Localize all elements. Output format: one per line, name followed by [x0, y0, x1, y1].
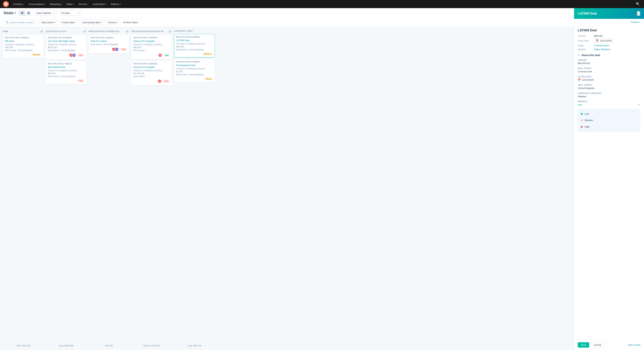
deal-card-deal-for-liberia[interactable]: INACTIVE FOR 5 WEEKS Deal for Liberia De… — [88, 35, 129, 53]
panel-close-date-label: Close Date: — [578, 40, 592, 42]
deal-name[interactable]: Deal w/ US Supplier — [134, 66, 170, 69]
field-deal-stage: Deal stage Contract sent — [578, 67, 640, 73]
deal-card-deal-us-supplier[interactable]: INACTIVE FOR 19 WEEKS Deal w/ US Supplie… — [132, 61, 172, 85]
column-header-new: NEW 1 — [3, 30, 44, 33]
deal-amount: $500,000 — [48, 46, 84, 49]
pipeline-selector[interactable]: Sales Pipeline — [34, 10, 57, 16]
deal-name[interactable]: Mid Market Deal — [48, 66, 84, 69]
deal-card-panamanian-deal[interactable]: INACTIVE FOR 14 WEEKS Panamanian Deal Am… — [174, 59, 215, 82]
cancel-button[interactable]: Cancel — [591, 342, 604, 348]
last-activity-date-filter[interactable]: Last activity date ▾ — [80, 20, 104, 25]
deal-amount-label: Amount in company currency: — [134, 69, 170, 72]
priority-option-medium[interactable]: Medium — [578, 117, 640, 124]
deal-name[interactable]: Deal w/ EU Supplier — [134, 40, 170, 43]
deal-card-pr-deal[interactable]: INACTIVE FOR 12 WEEKS PR Deal Amount in … — [3, 35, 44, 58]
deal-owner-filter[interactable]: Deal owner ▾ — [39, 20, 58, 25]
panel-actions-button[interactable]: Actions ▾ — [631, 21, 640, 24]
deal-owner-label: Deal owner: Yehudi Baptiste — [176, 73, 213, 76]
reports-chevron: ▾ — [120, 3, 121, 5]
search-input[interactable] — [10, 21, 36, 24]
about-header[interactable]: ▼ About this deal — [578, 54, 640, 57]
column-cards-qualified-to-buy: INACTIVE FOR 12 WEEKS Jan Deal with Majo… — [46, 35, 86, 341]
deal-owner-chevron: ▾ — [54, 22, 55, 24]
deals-board: NEW 1 INACTIVE FOR 12 WEEKS PR Deal Amou… — [0, 27, 574, 350]
column-cards-presentation-scheduled: INACTIVE FOR 5 WEEKS Deal for Liberia De… — [88, 35, 129, 341]
panel-pipeline-select[interactable]: Sales Pipeline ▾ — [594, 48, 610, 51]
field-close-date: Close date 📅 12/31/2020 — [578, 76, 640, 81]
avatar-jb: JB — [158, 79, 162, 83]
deals-dropdown-icon: ▾ — [14, 12, 16, 15]
priority-badge: High — [77, 54, 84, 57]
deal-name[interactable]: Jan Deal with Major Bank — [48, 40, 84, 43]
priority-option-low[interactable]: Low — [578, 111, 640, 117]
column-title-presentation-scheduled: PRESENTATION SCHEDULED — [88, 30, 120, 33]
deal-card-latam-deal[interactable]: INACTIVE FOR 19 WEEKS LATAM Deal Amount … — [174, 34, 215, 57]
amount-filter[interactable]: Amount ▾ — [106, 20, 120, 25]
stage-chevron: ▾ — [609, 45, 610, 47]
nav-sales[interactable]: Sales ▾ — [65, 2, 76, 7]
deal-name[interactable]: Panamanian Deal — [176, 64, 213, 67]
deal-amount-label: Amount in company currency: — [48, 43, 84, 46]
all-deals-button[interactable]: All deals — [59, 10, 81, 16]
deal-amount-label: Amount in company currency: — [48, 69, 84, 72]
deal-amount-label: Amount in company currency: — [176, 67, 213, 70]
deal-owner-label: Deal owner: Yehudi Baptiste — [48, 75, 84, 78]
deal-footer: Medium — [176, 53, 213, 55]
search-box[interactable]: 🔍 — [4, 20, 38, 25]
deal-footer: Medium — [5, 53, 42, 56]
deals-filter-selector[interactable]: All deals — [59, 10, 81, 16]
automation-chevron: ▾ — [106, 3, 106, 5]
deal-owner-label: Deal owner: Yehudi Baptiste — [90, 43, 127, 46]
svg-rect-4 — [27, 12, 28, 15]
panel-deal-title: LATAM Deal — [578, 29, 640, 32]
svg-rect-6 — [29, 12, 30, 15]
nav-automation[interactable]: Automation ▾ — [91, 2, 108, 7]
high-dot — [581, 126, 583, 128]
deal-name[interactable]: PR Deal — [5, 40, 42, 43]
deal-card-mid-market-deal[interactable]: INACTIVE FOR 12 WEEKS Mid Market Deal Am… — [46, 61, 86, 84]
deal-name[interactable]: Deal for Liberia — [90, 40, 127, 43]
panel-body: LATAM Deal Amount: $80,000 Close Date: 📅… — [574, 26, 644, 340]
column-title-new: NEW — [3, 30, 8, 33]
deal-footer: JB High — [134, 79, 170, 83]
inactive-badge: INACTIVE FOR 14 WEEKS — [176, 61, 213, 63]
panel-stage-label: Stage: — [578, 44, 592, 47]
priority-badge: High — [120, 48, 127, 51]
deal-amount: $5,000 — [176, 70, 213, 73]
deal-card-jan-deal[interactable]: INACTIVE FOR 12 WEEKS Jan Deal with Majo… — [46, 35, 86, 59]
inactive-badge: INACTIVE FOR 13 WEEKS — [134, 37, 170, 39]
last-activity-chevron: ▾ — [101, 22, 102, 24]
nav-service[interactable]: Service ▾ — [77, 2, 90, 7]
view-record-button[interactable]: View record — [628, 343, 640, 346]
priority-option-high[interactable]: High — [578, 124, 640, 130]
save-button[interactable]: Save — [578, 342, 589, 347]
board-view-toggle[interactable] — [25, 11, 32, 16]
column-header-contract-sent: CONTRACT SENT — [174, 30, 215, 32]
deals-title[interactable]: Deals ▾ — [4, 11, 16, 15]
deal-footer: High — [48, 79, 84, 82]
deal-owner-label: Deal owner: -- — [134, 49, 170, 52]
nav-contacts[interactable]: Contacts ▾ — [11, 2, 26, 7]
panel-stage-select[interactable]: Contract sent ▾ — [594, 44, 610, 47]
field-amount: Amount $80,000.00 — [578, 59, 640, 65]
panel-close-button[interactable]: ✕ — [637, 11, 640, 16]
about-chevron-icon: ▼ — [578, 54, 580, 57]
nav-reports[interactable]: Reports ▾ — [109, 2, 123, 7]
more-filters-button[interactable]: ⚙ More filters — [122, 20, 139, 25]
create-date-filter[interactable]: Create date ▾ — [59, 20, 78, 25]
priority-badge: High — [77, 79, 84, 82]
list-view-toggle[interactable] — [19, 11, 25, 16]
search-icon[interactable]: 🔍 — [635, 1, 641, 7]
deal-name[interactable]: LATAM Deal — [176, 39, 213, 42]
deal-amount: $1,100,000 — [134, 72, 170, 75]
deal-card-deal-eu-supplier[interactable]: INACTIVE FOR 13 WEEKS Deal w/ EU Supplie… — [132, 35, 172, 59]
avatar-yb: YB — [72, 53, 76, 57]
nav-marketing[interactable]: Marketing ▾ — [48, 2, 64, 7]
priority-edit-icon[interactable]: ✏ — [638, 103, 640, 106]
hubspot-logo[interactable] — [3, 1, 9, 7]
panel-actions-bar: Actions ▾ — [574, 19, 644, 26]
column-title-decision-maker-bought-in: DECISION MAKER BOUGHT-IN — [132, 30, 163, 33]
panel-close-date-input[interactable]: 📅 12/31/2020 — [594, 38, 613, 43]
nav-conversations[interactable]: Conversations ▾ — [26, 2, 47, 7]
pipeline-button[interactable]: Sales Pipeline — [34, 10, 57, 16]
